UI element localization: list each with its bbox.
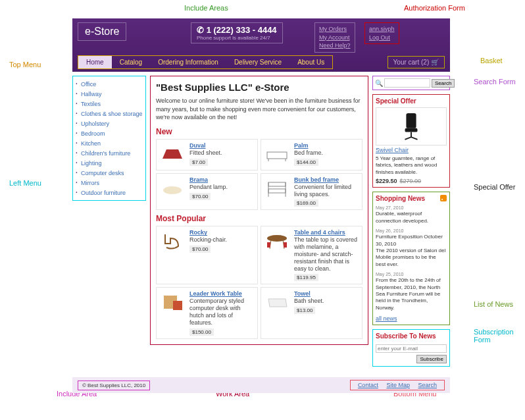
product-desc: Pendant lamp.	[189, 184, 255, 191]
cat-upholstery[interactable]: Upholstery	[81, 120, 109, 127]
svg-marker-16	[268, 299, 287, 307]
cat-outdoor[interactable]: Outdoor furniture	[81, 190, 126, 196]
all-news-link[interactable]: all news	[376, 315, 397, 322]
logo[interactable]: e-Store	[78, 22, 126, 41]
special-heading: Special Offer	[376, 97, 447, 105]
special-link[interactable]: Swivel Chair	[376, 147, 447, 153]
product-desc: Bath sheet.	[294, 298, 359, 305]
product-desc: Rocking-chair.	[189, 236, 255, 244]
product-price: $7.00	[189, 159, 208, 166]
header-links: My Orders My Account Need Help?	[314, 22, 355, 53]
chair-icon	[399, 111, 424, 142]
product-link[interactable]: Bunk bed frame	[294, 176, 359, 183]
product-card[interactable]: RockyRocking-chair.$70.00	[156, 226, 258, 284]
product-link[interactable]: Towel	[294, 290, 359, 297]
svg-rect-1	[267, 152, 287, 159]
svg-rect-5	[268, 182, 286, 186]
news-item: May 26, 2010Furniture Exposition October…	[376, 228, 447, 268]
svg-rect-12	[267, 242, 270, 248]
product-card[interactable]: DuvalFitted sheet.$7.00	[156, 139, 258, 171]
subscribe-button[interactable]: Subscribe	[416, 355, 447, 363]
menu-about[interactable]: About Us	[289, 56, 332, 68]
product-price: $70.00	[189, 193, 211, 200]
product-price: $119.95	[294, 274, 318, 281]
product-link[interactable]: Rocky	[189, 229, 255, 236]
footer-sitemap[interactable]: Site Map	[386, 382, 410, 388]
product-price: $169.00	[294, 199, 318, 207]
svg-rect-13	[284, 242, 287, 248]
product-card[interactable]: Leader Work TableContemporary styled com…	[156, 287, 258, 338]
top-menu: Home Catalog Ordering Information Delive…	[78, 55, 333, 69]
header: e-Store 1 (222) 333 - 4444 Phone support…	[72, 18, 450, 72]
annotation-auth-form: Authorization Form	[404, 4, 465, 12]
cat-hallway[interactable]: Hallway	[81, 91, 102, 97]
product-price: $70.00	[189, 246, 211, 253]
special-old-price: $279.00	[400, 178, 422, 184]
product-thumb	[264, 290, 290, 315]
product-desc: The table top is covered with melamine, …	[294, 236, 359, 272]
product-link[interactable]: Brama	[189, 176, 255, 183]
auth-box: ann.sivph Log Out	[364, 22, 399, 44]
menu-delivery[interactable]: Delivery Service	[226, 56, 289, 68]
menu-ordering[interactable]: Ordering Information	[150, 56, 226, 68]
svg-marker-0	[162, 149, 182, 159]
annotation-special-offer: Special Offer	[474, 183, 515, 191]
news-box: Shopping News May 27, 2010Durable, water…	[372, 192, 450, 325]
cat-mirrors[interactable]: Mirrors	[81, 180, 99, 186]
logout-link[interactable]: Log Out	[369, 34, 395, 42]
product-card[interactable]: PalmBed frame.$144.00	[261, 139, 362, 171]
footer-contact[interactable]: Contact	[358, 382, 378, 388]
cat-computer-desks[interactable]: Computer desks	[81, 170, 124, 176]
product-price: $150.00	[189, 328, 214, 336]
annotation-news: List of News	[474, 300, 513, 308]
svg-point-4	[163, 186, 182, 194]
product-thumb	[264, 176, 290, 201]
link-need-help[interactable]: Need Help?	[319, 41, 351, 50]
section-new: New	[156, 127, 362, 136]
store-container: e-Store 1 (222) 333 - 4444 Phone support…	[72, 18, 450, 393]
cat-kitchen[interactable]: Kitchen	[81, 140, 101, 147]
search-button[interactable]: Search	[432, 79, 455, 88]
rss-icon[interactable]	[440, 195, 447, 201]
svg-point-9	[267, 235, 287, 242]
annotation-search-form: Search Form	[474, 78, 516, 86]
bottom-menu: Contact Site Map Search	[350, 380, 445, 390]
cat-children[interactable]: Children's furniture	[81, 150, 130, 157]
product-desc: Bed frame.	[294, 149, 359, 157]
basket[interactable]: Your cart (2)	[388, 56, 445, 68]
product-price: $13.00	[294, 307, 315, 314]
cat-clothes[interactable]: Clothes & shoe storage	[81, 111, 143, 117]
product-thumb	[159, 290, 186, 315]
product-link[interactable]: Leader Work Table	[189, 290, 255, 297]
work-area: "Best Supplies LLC" e-Store Welcome to o…	[150, 76, 368, 345]
news-item: May 27, 2010Durable, waterproof connecti…	[376, 205, 447, 224]
link-my-account[interactable]: My Account	[319, 34, 351, 42]
annotation-top-menu: Top Menu	[9, 61, 41, 68]
subscribe-box: Subscribe To News Subscribe	[372, 329, 450, 367]
product-card[interactable]: Table and 4 chairsThe table top is cover…	[261, 226, 362, 284]
footer-search[interactable]: Search	[418, 382, 437, 388]
news-item: May 25, 2010From the 20th to the 24th of…	[376, 271, 447, 311]
phone-number: 1 (222) 333 - 4444	[197, 25, 277, 35]
cat-lighting[interactable]: Lighting	[81, 160, 102, 167]
product-card[interactable]: BramaPendant lamp.$70.00	[156, 173, 258, 211]
product-link[interactable]: Table and 4 chairs	[294, 229, 359, 236]
cat-bedroom[interactable]: Bedroom	[81, 130, 105, 137]
product-desc: Convenient for limited living spaces.	[294, 184, 359, 198]
product-thumb	[159, 229, 186, 254]
link-my-orders[interactable]: My Orders	[319, 25, 351, 34]
cat-textiles[interactable]: Textiles	[81, 101, 101, 107]
menu-home[interactable]: Home	[78, 56, 112, 68]
product-thumb	[264, 229, 290, 254]
product-link[interactable]: Duval	[189, 142, 255, 149]
subscribe-input[interactable]	[376, 344, 447, 353]
product-link[interactable]: Palm	[294, 142, 359, 149]
search-input[interactable]	[384, 78, 430, 88]
cat-office[interactable]: Office	[81, 81, 96, 88]
product-card[interactable]: Bunk bed frameConvenient for limited liv…	[261, 173, 362, 211]
special-desc: 5 Year guarntee, range of fabrics, leath…	[376, 155, 447, 176]
search-icon: 🔍	[375, 80, 383, 87]
menu-catalog[interactable]: Catalog	[112, 56, 150, 68]
product-card[interactable]: TowelBath sheet.$13.00	[261, 287, 362, 338]
auth-username: ann.sivph	[369, 25, 395, 34]
